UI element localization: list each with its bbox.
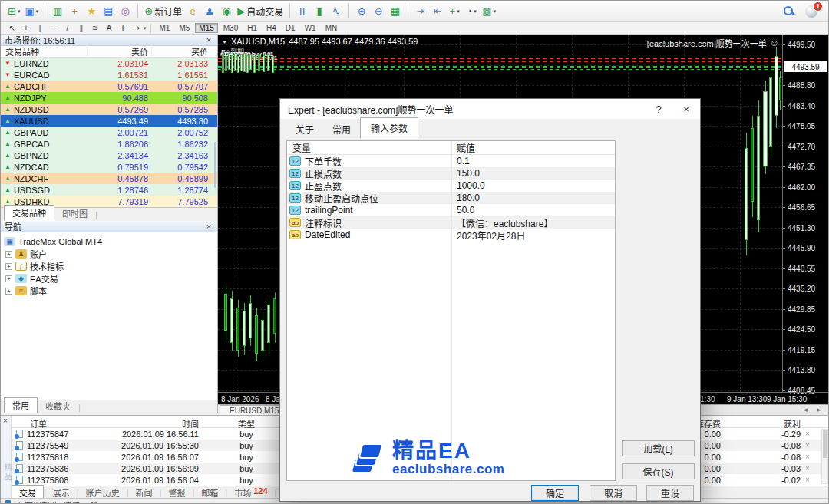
parameter-value[interactable]: 180.0 — [451, 193, 615, 203]
expand-icon[interactable]: + — [5, 275, 12, 282]
timeframe-h4[interactable]: H4 — [263, 23, 280, 33]
tile-windows-button[interactable]: ▦ — [387, 3, 404, 20]
dropdown-arrow-icon[interactable]: ▾ — [144, 25, 147, 31]
one-click-marker-icon[interactable]: ▼ — [222, 39, 227, 44]
market-watch-row-eurnzd[interactable]: ▼EURNZD2.031042.03133 — [1, 58, 217, 69]
new-order-button[interactable]: ⊕新订单 — [142, 3, 184, 20]
chart-tabs-left-arrow-icon[interactable]: ◄ — [802, 407, 808, 413]
horizontal-line-tool-icon[interactable]: ─ — [47, 23, 61, 33]
expand-icon[interactable]: + — [5, 263, 12, 270]
strategy-tester-button[interactable]: ◎ — [117, 3, 134, 20]
terminal-close-icon[interactable]: × — [3, 417, 8, 425]
dropdown-arrow-icon[interactable]: ▾ — [18, 8, 21, 15]
parameter-value[interactable]: 【微信：eaclubshare】 — [451, 216, 615, 229]
expand-icon[interactable]: + — [5, 288, 12, 295]
parameter-value[interactable]: 1000.0 — [451, 180, 615, 191]
parameter-value[interactable]: 150.0 — [451, 168, 615, 179]
tab-symbols[interactable]: 交易品种 — [4, 205, 54, 221]
market-watch-row-gbpaud[interactable]: ▲GBPAUD2.007212.00752 — [1, 127, 217, 138]
market-watch-row-eurcad[interactable]: ▼EURCAD1.615311.61551 — [1, 69, 217, 81]
tab-favorites[interactable]: 收藏夹 — [38, 399, 78, 413]
close-order-button[interactable]: × — [805, 453, 810, 461]
auto-trading-button[interactable]: ▶自动交易 — [235, 3, 286, 20]
bar-chart-button[interactable]: || — [294, 3, 311, 20]
price-scale[interactable]: 4493.59 4499.504488.804483.404478.054472… — [782, 35, 829, 392]
market-watch-row-xauusd[interactable]: ▲XAUUSD4493.494493.80 — [1, 115, 217, 127]
timeframe-m5[interactable]: M5 — [175, 23, 193, 33]
chart-tab-eurusd[interactable]: EURUSD,M15 — [220, 405, 289, 415]
market-watch-close-icon[interactable]: × — [204, 36, 213, 44]
market-watch-row-cadchf[interactable]: ▲CADCHF0.576910.57707 — [1, 81, 217, 92]
market-watch-row-gbpnzd[interactable]: ▲GBPNZD2.341342.34163 — [1, 150, 217, 161]
save-button[interactable]: 保存(S) — [622, 463, 695, 479]
zoom-in-button[interactable]: ⊕ — [353, 3, 370, 20]
fibonacci-tool-icon[interactable]: ≋ — [88, 23, 102, 33]
terminal-button[interactable]: ▤ — [100, 3, 117, 20]
zoom-out-button[interactable]: ⊖ — [370, 3, 387, 20]
load-button[interactable]: 加载(L) — [622, 440, 695, 456]
timeframe-m1[interactable]: M1 — [156, 23, 174, 33]
parameter-value[interactable]: 2023年02月28日 — [451, 229, 615, 242]
periods-button[interactable]: ◔▾ — [463, 3, 480, 20]
sidebar-item-scripts[interactable]: +≡脚本 — [4, 285, 217, 297]
timeframe-h1[interactable]: H1 — [243, 23, 261, 33]
timeframe-d1[interactable]: D1 — [282, 23, 299, 33]
market-watch-row-nzdusd[interactable]: ▲NZDUSD0.572690.57285 — [1, 104, 217, 115]
line-chart-button[interactable]: ∿ — [328, 3, 345, 20]
search-icon[interactable] — [783, 5, 794, 17]
close-order-button[interactable]: × — [805, 441, 810, 450]
data-window-button[interactable]: + — [66, 3, 83, 20]
channel-tool-icon[interactable]: ∥ — [74, 23, 88, 33]
ea-smiley-icon[interactable]: ☺ — [770, 38, 779, 48]
market-watch-row-usdsgd[interactable]: ▲USDSGD1.287461.28774 — [1, 184, 217, 196]
parameter-value[interactable]: 0.1 — [451, 156, 615, 166]
tab-tick-chart[interactable]: 即时图 — [54, 206, 95, 221]
request-button[interactable]: ♟ — [201, 3, 218, 20]
indicators-button[interactable]: +▾ — [446, 3, 463, 20]
expand-icon[interactable]: + — [5, 251, 12, 258]
timeframe-w1[interactable]: W1 — [301, 23, 320, 33]
navigator-root[interactable]: ▣TradeMax Global MT4 — [4, 236, 217, 248]
close-order-button[interactable]: × — [805, 430, 810, 438]
navigator-close-icon[interactable]: × — [204, 222, 213, 231]
cancel-button[interactable]: 取消 — [590, 485, 637, 501]
metaeditor-button[interactable]: e — [184, 3, 201, 20]
terminal-scrollbar[interactable] — [821, 429, 828, 484]
navigator-button[interactable]: ★ — [83, 3, 100, 20]
sidebar-item-experts[interactable]: +◆EA交易 — [4, 272, 217, 285]
parameter-value[interactable]: 50.0 — [451, 205, 615, 216]
reset-button[interactable]: 重设 — [646, 485, 694, 501]
market-watch-row-nzdcad[interactable]: ▲NZDCAD0.795190.79542 — [1, 161, 217, 173]
community-button[interactable]: ◉ — [218, 3, 235, 20]
profiles-button[interactable]: ▣▾ — [22, 3, 41, 20]
dialog-tab-about[interactable]: 关于 — [286, 120, 323, 139]
chart-shift-button[interactable]: ⇤ — [429, 3, 446, 20]
close-order-button[interactable]: × — [805, 464, 810, 473]
market-watch-row-gbpcad[interactable]: ▲GBPCAD1.862061.86232 — [1, 138, 217, 150]
timeframe-m15[interactable]: M15 — [195, 23, 217, 33]
dropdown-arrow-icon[interactable]: ▾ — [36, 8, 39, 15]
ok-button[interactable]: 确定 — [531, 485, 579, 501]
candle-chart-button[interactable]: ▮ — [311, 3, 328, 20]
chart-tabs-right-arrow-icon[interactable]: ► — [816, 407, 822, 413]
sidebar-item-indicators[interactable]: +ƒ技术指标 — [4, 260, 217, 272]
close-order-button[interactable]: × — [805, 476, 810, 484]
market-watch-button[interactable]: ▥ — [49, 3, 66, 20]
notification-icon[interactable]: 1 — [805, 5, 817, 18]
templates-button[interactable]: ▩▾ — [480, 3, 498, 20]
market-watch-row-nzdchf[interactable]: ▲NZDCHF0.458780.45899 — [1, 173, 217, 184]
text-tool-icon[interactable]: A — [102, 23, 116, 33]
label-tool-icon[interactable]: T — [116, 23, 130, 33]
market-watch-row-nzdjpy[interactable]: ▲NZDJPY90.48890.508 — [1, 92, 217, 104]
cursor-tool-icon[interactable]: ↖ — [5, 23, 19, 33]
new-chart-button[interactable]: ⊞▾ — [5, 3, 22, 20]
tab-common[interactable]: 常用 — [4, 397, 38, 413]
sidebar-item-accounts[interactable]: +♟账户 — [4, 248, 217, 260]
crosshair-tool-icon[interactable]: + — [19, 23, 33, 33]
timeframe-mn[interactable]: MN — [322, 23, 342, 33]
auto-scroll-button[interactable]: ⇥ — [412, 3, 429, 20]
timeframe-m30[interactable]: M30 — [220, 23, 242, 33]
dialog-help-button[interactable]: ? — [645, 99, 672, 119]
arrows-tool-icon[interactable]: ⇢ — [130, 23, 144, 33]
dropdown-arrow-icon[interactable]: ▾ — [457, 8, 460, 15]
